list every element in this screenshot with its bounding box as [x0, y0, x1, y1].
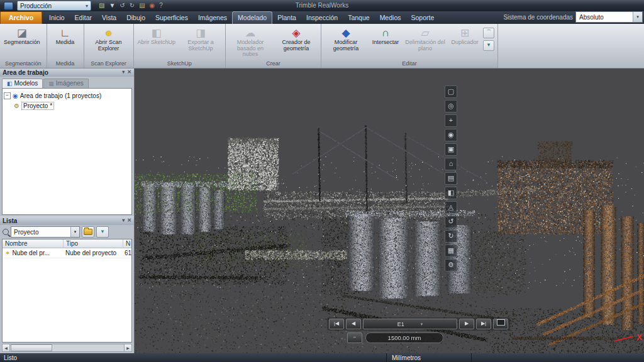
mode-selector-value: Producción	[20, 3, 52, 9]
group-name: Medida	[47, 60, 84, 68]
segmentation-icon: ◪	[17, 26, 27, 40]
modelador-nubes-button[interactable]: ☁ Modelador basado en nubes	[228, 25, 273, 60]
tab-inspeccion[interactable]: Inspección	[301, 12, 343, 24]
tab-vista[interactable]: Vista	[97, 12, 121, 24]
sampling-distance-field[interactable]: 1500.00 mm	[365, 332, 443, 343]
workspace-tree: − ◉ Area de trabajo (1 proyectos) ⚙ Proy…	[2, 88, 132, 215]
abrir-sketchup-button[interactable]: ◧ Abrir SketchUp	[136, 25, 178, 60]
exportar-sketchup-button[interactable]: ◨ Exportar a SketchUp	[178, 25, 223, 60]
top-view-icon[interactable]: ▤	[445, 172, 457, 185]
first-station-button[interactable]: |◀	[329, 319, 344, 329]
scroll-right-icon[interactable]: ▶	[124, 344, 131, 351]
zoom-window-icon[interactable]: ▣	[445, 143, 457, 156]
tab-modelos[interactable]: ◧ Modelos	[2, 79, 43, 88]
station-display-button[interactable]	[493, 319, 508, 329]
filter-button[interactable]: ▼	[96, 226, 109, 238]
tab-tanque[interactable]: Tanque	[343, 12, 374, 24]
column-header-nombre[interactable]: Nombre	[3, 239, 64, 248]
orbit-icon[interactable]: ◎	[445, 100, 457, 112]
view-settings-icon[interactable]: ⚙	[445, 259, 457, 272]
units-indicator[interactable]: Milímetros	[387, 353, 472, 362]
help-icon[interactable]: ?	[159, 3, 163, 9]
last-station-button[interactable]: ▶|	[476, 319, 491, 329]
tree-expander-icon[interactable]: −	[4, 92, 11, 99]
x-axis-line	[614, 336, 633, 341]
group-name: Scan Explorer	[84, 60, 133, 68]
station-view-icon[interactable]: ◬	[445, 201, 457, 214]
tab-imagenes-panel[interactable]: ▦ Imágenes	[43, 79, 88, 88]
list-filter-select[interactable]: Proyecto ▾	[11, 226, 80, 238]
app-icon[interactable]	[4, 2, 13, 10]
coordinate-system-select[interactable]: Absoluto ▾	[575, 11, 643, 23]
redo-icon[interactable]: ↻	[130, 3, 135, 9]
tree-item-workspace[interactable]: − ◉ Area de trabajo (1 proyectos)	[4, 90, 130, 101]
save-icon[interactable]: ▼	[109, 3, 115, 9]
new-folder-button[interactable]	[82, 226, 94, 238]
rotate-ccw-icon[interactable]: ↺	[445, 216, 457, 228]
column-header-tipo[interactable]: Tipo	[64, 239, 123, 248]
select-icon[interactable]: ▢	[445, 85, 457, 98]
statusbar: Listo Milímetros	[0, 353, 644, 362]
ribbon-group-medida: ∟ Medida Medida	[47, 24, 84, 68]
tab-editar[interactable]: Editar	[70, 12, 97, 24]
tube-tool-icon[interactable]: ⌒	[483, 28, 494, 38]
station-navigation: |◀ ◀ E1 ▾ ▶ ▶|	[327, 317, 510, 331]
point-cloud-canvas[interactable]	[134, 68, 644, 353]
cloud-modeler-icon: ☁	[245, 26, 256, 40]
button-label: Modelador basado en nubes	[230, 40, 271, 58]
more-tools-icon[interactable]: ▾	[483, 40, 494, 51]
creador-geometria-button[interactable]: ◈ Creador de geometría	[274, 25, 319, 60]
camera-icon[interactable]: ▦	[445, 244, 457, 257]
tree-item-proyecto[interactable]: ⚙ Proyecto *	[14, 101, 130, 111]
scroll-left-icon[interactable]: ◀	[3, 344, 10, 351]
scrollbar-thumb[interactable]	[11, 344, 52, 351]
prev-station-button[interactable]: ◀	[346, 319, 361, 329]
tab-modelado[interactable]: Modelado	[232, 11, 272, 24]
tab-imagenes[interactable]: Imágenes	[193, 12, 232, 24]
list-table-header: Nombre Tipo Nú	[3, 239, 131, 248]
delimitacion-plano-button[interactable]: ▱ Delimitación del plano	[402, 25, 448, 60]
tab-dibujo[interactable]: Dibujo	[121, 12, 150, 24]
mode-selector[interactable]: Producción ▾	[17, 1, 91, 11]
tab-archivo[interactable]: Archivo	[0, 11, 42, 24]
station-select[interactable]: E1 ▾	[363, 319, 457, 329]
duplicator-icon: ⊞	[460, 26, 469, 40]
decrease-distance-button[interactable]: −	[347, 332, 362, 343]
next-station-button[interactable]: ▶	[459, 319, 474, 329]
tab-superficies[interactable]: Superficies	[150, 12, 193, 24]
horizontal-scrollbar[interactable]: ◀ ▶	[2, 344, 132, 352]
undo-icon[interactable]: ↺	[119, 3, 125, 9]
table-row[interactable]: ✶ Nube del pr... Nube del proyecto 61,	[3, 248, 131, 258]
button-label: Duplicador	[452, 40, 479, 46]
open-project-icon[interactable]: ▨	[99, 3, 104, 9]
sketchup-export-icon: ◨	[196, 26, 206, 40]
panel-close-icon[interactable]: ✕	[127, 69, 131, 75]
zoom-icon[interactable]: ◉	[445, 129, 457, 141]
panel-menu-icon[interactable]: ▾	[122, 217, 125, 224]
tab-medios[interactable]: Medios	[375, 12, 406, 24]
view-toolbar: ▢ ◎ + ◉ ▣ ⌂ ▤ ◧ ◬ ↺ ↻ ▦ ⚙	[445, 85, 457, 272]
status-message: Listo	[0, 353, 387, 362]
panel-close-icon[interactable]: ✕	[127, 217, 131, 224]
tab-label: Imágenes	[56, 80, 84, 87]
front-view-icon[interactable]: ◧	[445, 187, 457, 199]
medida-button[interactable]: ∟ Medida	[49, 25, 82, 60]
abrir-scan-explorer-button[interactable]: ● Abrir Scan Explorer	[86, 25, 131, 60]
tab-soporte[interactable]: Soporte	[406, 12, 439, 24]
pan-icon[interactable]: +	[445, 114, 457, 127]
group-name: SketchUp	[134, 60, 226, 68]
duplicador-button[interactable]: ⊞ Duplicador	[448, 25, 481, 60]
print-icon[interactable]: ▤	[139, 3, 145, 9]
button-label: Intersectar	[372, 40, 399, 46]
home-view-icon[interactable]: ⌂	[445, 158, 457, 170]
rotate-cw-icon[interactable]: ↻	[445, 230, 457, 243]
intersectar-button[interactable]: ∩ Intersectar	[369, 25, 402, 60]
target-icon[interactable]: ◉	[150, 3, 155, 9]
segmentacion-button[interactable]: ◪ Segmentación	[2, 25, 42, 60]
modificar-geometria-button[interactable]: ◆ Modificar geometría	[323, 25, 369, 60]
panel-menu-icon[interactable]: ▾	[122, 69, 125, 75]
column-header-num[interactable]: Nú	[123, 239, 131, 248]
cell-tipo: Nube del proyecto	[63, 250, 122, 256]
tab-inicio[interactable]: Inicio	[44, 12, 70, 24]
tab-planta[interactable]: Planta	[272, 12, 301, 24]
